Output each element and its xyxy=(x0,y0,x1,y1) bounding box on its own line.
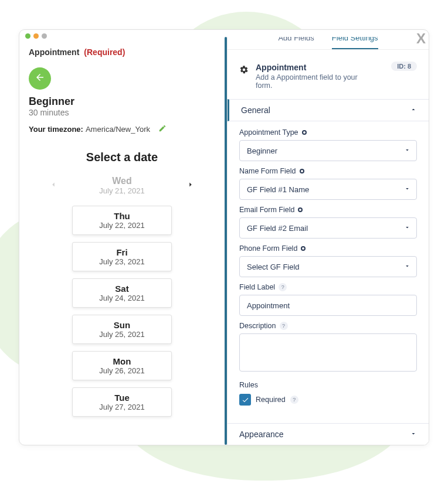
current-date-value: July 21, 2021 xyxy=(99,186,144,195)
gear-icon xyxy=(239,65,249,77)
date-day: Mon xyxy=(73,356,171,366)
indicator-icon xyxy=(298,207,303,212)
date-option[interactable]: Sat July 24, 2021 xyxy=(72,278,172,308)
date-option[interactable]: Sun July 25, 2021 xyxy=(72,315,172,344)
indicator-icon xyxy=(301,246,306,251)
textarea-description[interactable] xyxy=(239,333,417,372)
appointment-duration: 30 minutes xyxy=(29,108,215,117)
help-icon[interactable]: ? xyxy=(279,283,287,291)
field-header-label: Appointment xyxy=(29,47,79,57)
chevron-down-icon xyxy=(404,263,410,271)
field-type-title: Appointment xyxy=(256,63,361,72)
section-general-header[interactable]: General xyxy=(228,99,429,121)
chevron-down-icon xyxy=(404,185,410,194)
indicator-icon xyxy=(300,169,304,173)
date-day: Thu xyxy=(73,211,171,221)
next-day-button[interactable] xyxy=(184,178,198,194)
select-email-form-field[interactable]: GF Field #2 Email xyxy=(239,217,417,239)
label-required: Required xyxy=(256,396,286,404)
label-description: Description xyxy=(239,322,276,330)
section-general-body: Appointment Type Beginner Name Form Fiel… xyxy=(228,121,429,413)
select-value: Select GF Field xyxy=(247,263,300,271)
select-date-heading: Select a date xyxy=(29,151,215,164)
pencil-icon[interactable] xyxy=(158,124,167,134)
date-day: Sat xyxy=(73,284,171,294)
date-option[interactable]: Mon July 26, 2021 xyxy=(72,351,172,380)
select-appointment-type[interactable]: Beginner xyxy=(239,140,417,161)
prev-day-button[interactable] xyxy=(46,178,60,194)
date-list: Thu July 22, 2021 Fri July 23, 2021 Sat … xyxy=(29,206,215,417)
date-full: July 22, 2021 xyxy=(73,221,171,230)
arrow-left-icon xyxy=(35,72,45,85)
checkbox-required[interactable] xyxy=(239,394,251,406)
label-phone-form-field: Phone Form Field xyxy=(239,244,297,253)
preview-panel: Appointment (Required) Beginner 30 minut… xyxy=(19,37,225,445)
date-option[interactable]: Tue July 27, 2021 xyxy=(72,387,172,417)
section-general-label: General xyxy=(241,105,270,115)
date-full: July 26, 2021 xyxy=(73,366,171,375)
field-id-badge: ID: 8 xyxy=(391,62,417,71)
settings-panel: Add Fields Field Settings Appointment Ad… xyxy=(227,37,429,445)
tab-field-settings[interactable]: Field Settings xyxy=(332,37,378,49)
select-value: Beginner xyxy=(247,147,277,155)
label-name-form-field: Name Form Field xyxy=(239,167,296,175)
timezone-label: Your timezone: xyxy=(29,125,83,134)
chevron-down-icon xyxy=(404,224,410,233)
appointment-title: Beginner xyxy=(29,96,215,108)
date-option[interactable]: Thu July 22, 2021 xyxy=(72,206,172,235)
select-value: GF Field #2 Email xyxy=(247,224,308,233)
field-info-block: Appointment Add a Appointment field to y… xyxy=(228,53,429,99)
label-appointment-type: Appointment Type xyxy=(239,128,298,137)
help-icon[interactable]: ? xyxy=(290,396,298,404)
section-appearance-label: Appearance xyxy=(239,430,284,439)
tabs-row: Add Fields Field Settings xyxy=(228,37,429,50)
select-name-form-field[interactable]: GF Field #1 Name xyxy=(239,179,417,200)
timezone-row: Your timezone: America/New_York xyxy=(29,124,215,134)
date-full: July 23, 2021 xyxy=(73,257,171,266)
date-day: Tue xyxy=(73,393,171,403)
section-appearance-header[interactable]: Appearance xyxy=(228,423,429,445)
window-titlebar xyxy=(19,30,429,37)
timezone-value: America/New_York xyxy=(86,125,150,134)
current-day-name: Wed xyxy=(99,176,144,186)
label-rules: Rules xyxy=(239,381,417,389)
field-type-description: Add a Appointment field to your form. xyxy=(256,73,361,90)
date-option[interactable]: Fri July 23, 2021 xyxy=(72,242,172,271)
input-field-label[interactable]: Appointment xyxy=(239,295,417,316)
date-full: July 27, 2021 xyxy=(73,403,171,411)
chevron-up-icon xyxy=(410,105,417,115)
help-icon[interactable]: ? xyxy=(280,322,288,330)
select-value: GF Field #1 Name xyxy=(247,185,309,194)
chevron-down-icon xyxy=(404,147,410,155)
tab-add-fields[interactable]: Add Fields xyxy=(278,37,314,49)
required-indicator: (Required) xyxy=(84,47,125,57)
date-full: July 25, 2021 xyxy=(73,330,171,339)
date-day: Sun xyxy=(73,320,171,330)
app-window: Appointment (Required) Beginner 30 minut… xyxy=(19,29,429,445)
date-day: Fri xyxy=(73,247,171,257)
select-phone-form-field[interactable]: Select GF Field xyxy=(239,256,417,277)
back-button[interactable] xyxy=(29,67,51,90)
label-field-label: Field Label xyxy=(239,283,275,291)
input-value: Appointment xyxy=(247,301,290,310)
close-icon[interactable]: X xyxy=(416,30,426,47)
indicator-icon xyxy=(302,130,307,135)
label-email-form-field: Email Form Field xyxy=(239,206,294,214)
date-full: July 24, 2021 xyxy=(73,294,171,302)
current-date-display: Wed July 21, 2021 xyxy=(99,176,144,195)
chevron-down-icon xyxy=(410,430,417,439)
